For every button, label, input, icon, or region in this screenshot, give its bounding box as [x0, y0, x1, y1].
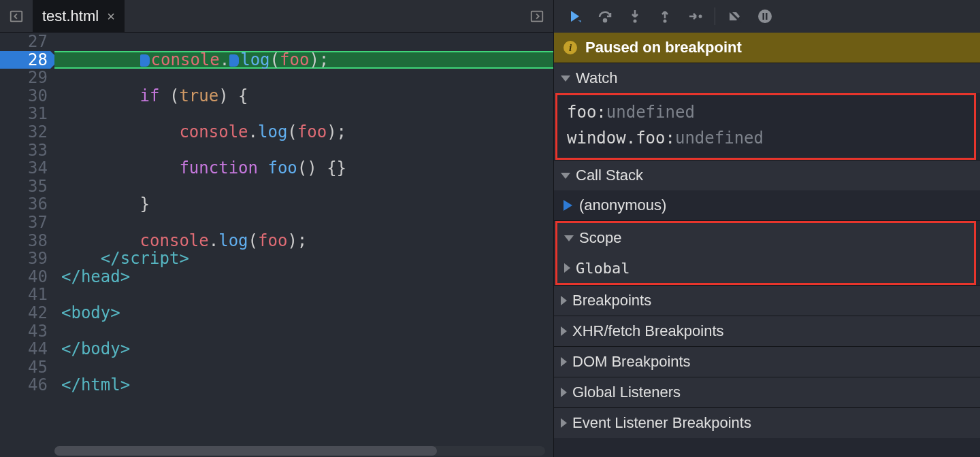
code-line[interactable]: </body> — [54, 340, 553, 358]
code-line[interactable]: console.log(foo); — [54, 232, 553, 250]
code-line[interactable]: console.log(foo); — [54, 123, 553, 141]
chevron-right-icon — [561, 326, 567, 336]
code-line[interactable]: </html> — [54, 376, 553, 394]
watch-expression[interactable]: window.foo: undefined — [567, 125, 968, 151]
chevron-right-icon — [561, 296, 567, 305]
watch-section: Watch foo: undefinedwindow.foo: undefine… — [554, 63, 980, 160]
chevron-down-icon — [561, 173, 570, 179]
line-number[interactable]: 46 — [0, 376, 50, 394]
scope-item[interactable]: Global — [557, 253, 974, 283]
svg-point-6 — [758, 10, 772, 23]
code-line[interactable] — [54, 214, 553, 232]
info-icon: i — [564, 41, 577, 54]
code-line[interactable] — [54, 177, 553, 196]
code-line[interactable]: function foo() {} — [54, 159, 553, 177]
current-frame-icon — [564, 200, 572, 211]
section-header[interactable]: XHR/fetch Breakpoints — [554, 316, 980, 346]
svg-rect-1 — [532, 11, 543, 21]
code-editor[interactable]: 2728293031323334353637383940414243444546… — [0, 33, 553, 457]
step-icon[interactable] — [681, 2, 709, 31]
svg-point-5 — [699, 15, 702, 18]
chevron-right-icon — [561, 357, 567, 367]
chevron-right-icon — [561, 418, 567, 428]
scope-section: Scope Global — [554, 220, 980, 285]
code-area[interactable]: console.log(foo); if (true) { console.lo… — [54, 33, 553, 457]
callstack-section: Call Stack (anonymous) — [554, 160, 980, 220]
line-number[interactable]: 37 — [0, 214, 50, 232]
file-tab-active[interactable]: test.html × — [33, 0, 125, 33]
watch-label: Watch — [576, 69, 618, 87]
line-number[interactable]: 34 — [0, 159, 50, 177]
nav-next-icon[interactable] — [521, 0, 553, 33]
step-into-icon[interactable] — [621, 2, 649, 31]
chevron-down-icon — [561, 75, 570, 82]
line-gutter[interactable]: 2728293031323334353637383940414243444546 — [0, 33, 54, 457]
step-out-icon[interactable] — [651, 2, 679, 31]
watch-content-highlight: foo: undefinedwindow.foo: undefined — [555, 93, 976, 160]
line-number[interactable]: 36 — [0, 195, 50, 214]
code-line[interactable]: console.log(foo); — [54, 51, 553, 69]
code-line[interactable]: <body> — [54, 304, 553, 322]
line-number[interactable]: 39 — [0, 250, 50, 268]
line-number[interactable]: 43 — [0, 322, 50, 341]
tab-bar: test.html × — [0, 0, 553, 33]
svg-rect-8 — [766, 13, 768, 20]
line-number[interactable]: 28 — [0, 51, 50, 69]
svg-point-3 — [634, 20, 637, 23]
line-number[interactable]: 41 — [0, 286, 50, 304]
section-header[interactable]: Breakpoints — [554, 286, 980, 316]
chevron-down-icon — [564, 235, 574, 241]
code-line[interactable] — [54, 69, 553, 87]
line-number[interactable]: 38 — [0, 232, 50, 250]
code-line[interactable] — [54, 33, 553, 51]
section-header[interactable]: DOM Breakpoints — [554, 347, 980, 377]
line-number[interactable]: 44 — [0, 340, 50, 358]
line-number[interactable]: 42 — [0, 304, 50, 322]
resume-icon[interactable] — [561, 2, 589, 31]
line-number[interactable]: 31 — [0, 105, 50, 123]
svg-rect-0 — [11, 11, 22, 21]
svg-point-4 — [664, 20, 667, 23]
svg-rect-7 — [763, 13, 765, 20]
paused-banner: i Paused on breakpoint — [554, 33, 980, 63]
nav-previous-icon[interactable] — [0, 0, 33, 33]
scope-header[interactable]: Scope — [557, 223, 974, 253]
code-line[interactable]: </head> — [54, 268, 553, 286]
code-line[interactable] — [54, 105, 553, 123]
section-header[interactable]: Event Listener Breakpoints — [554, 408, 980, 438]
line-number[interactable]: 45 — [0, 358, 50, 377]
source-pane: test.html × 2728293031323334353637383940… — [0, 0, 553, 457]
line-number[interactable]: 30 — [0, 87, 50, 105]
line-number[interactable]: 35 — [0, 177, 50, 196]
line-number[interactable]: 33 — [0, 141, 50, 160]
scope-label: Scope — [579, 229, 621, 247]
line-number[interactable]: 29 — [0, 69, 50, 87]
section-header[interactable]: Global Listeners — [554, 377, 980, 407]
pause-on-exceptions-icon[interactable] — [751, 2, 779, 31]
deactivate-breakpoints-icon[interactable] — [721, 2, 749, 31]
code-line[interactable] — [54, 141, 553, 160]
chevron-right-icon — [564, 263, 570, 273]
line-number[interactable]: 27 — [0, 33, 50, 51]
tab-title: test.html — [42, 7, 99, 25]
code-line[interactable]: if (true) { — [54, 87, 553, 105]
svg-point-2 — [604, 19, 606, 22]
line-number[interactable]: 40 — [0, 268, 50, 286]
close-icon[interactable]: × — [107, 10, 115, 23]
code-line[interactable] — [54, 286, 553, 304]
scope-highlight: Scope Global — [555, 221, 976, 285]
code-line[interactable] — [54, 322, 553, 341]
horizontal-scrollbar[interactable] — [54, 446, 545, 456]
callstack-frame[interactable]: (anonymous) — [554, 190, 980, 220]
debugger-pane: i Paused on breakpoint Watch foo: undefi… — [553, 0, 980, 457]
debugger-toolbar — [554, 0, 980, 33]
callstack-header[interactable]: Call Stack — [554, 160, 980, 190]
code-line[interactable]: } — [54, 195, 553, 214]
paused-label: Paused on breakpoint — [585, 39, 742, 56]
step-over-icon[interactable] — [591, 2, 619, 31]
line-number[interactable]: 32 — [0, 123, 50, 141]
watch-expression[interactable]: foo: undefined — [567, 99, 968, 125]
code-line[interactable]: </script> — [54, 250, 553, 268]
watch-header[interactable]: Watch — [554, 63, 980, 93]
code-line[interactable] — [54, 358, 553, 377]
